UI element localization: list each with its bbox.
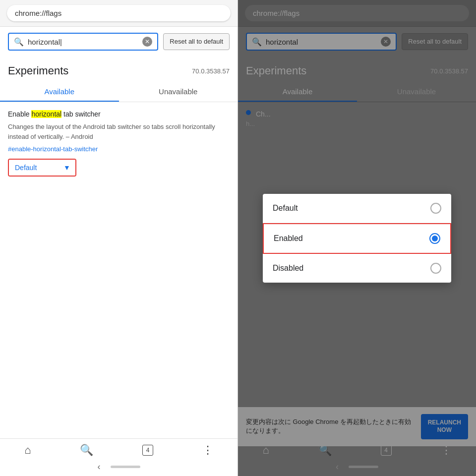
dialog-item-default[interactable]: Default — [263, 194, 451, 223]
search-icon-left: 🔍 — [14, 37, 24, 47]
dialog-option-default-label: Default — [273, 204, 298, 213]
left-panel: 🔍 ✕ Reset all to default Experiments 70.… — [0, 0, 238, 476]
clear-search-button-left[interactable]: ✕ — [142, 37, 152, 47]
search-input-left[interactable] — [28, 38, 142, 46]
dialog: Default Enabled Disabled — [263, 194, 451, 283]
radio-enabled[interactable] — [429, 233, 440, 244]
search-nav-icon-left[interactable]: 🔍 — [80, 444, 93, 457]
highlight-text-left: horizontal — [31, 110, 61, 118]
tab-available-left[interactable]: Available — [0, 81, 119, 102]
bottom-nav-left: ⌂ 🔍 4 ⋮ — [0, 438, 238, 459]
search-box-left: 🔍 ✕ — [8, 33, 158, 51]
experiment-desc-left: Changes the layout of the Android tab sw… — [8, 122, 230, 141]
dialog-item-disabled[interactable]: Disabled — [263, 254, 451, 283]
dialog-item-enabled[interactable]: Enabled — [263, 223, 451, 254]
dropdown-wrap-left: Default Enabled Disabled ▼ — [8, 159, 76, 177]
radio-disabled[interactable] — [430, 263, 441, 274]
dialog-option-disabled-label: Disabled — [273, 264, 303, 273]
back-arrow-left[interactable]: ‹ — [98, 462, 101, 472]
content-spacer-left — [0, 184, 238, 438]
radio-default[interactable] — [430, 203, 441, 214]
experiment-title-left: Enable horizontal tab switcher — [8, 110, 230, 118]
scroll-indicator-left: ‹ — [0, 459, 238, 476]
dropdown-select-left[interactable]: Default Enabled Disabled — [9, 160, 59, 176]
address-bar-left — [0, 0, 238, 27]
right-panel: 🔍 ✕ Reset all to default Experiments 70.… — [238, 0, 476, 476]
dialog-overlay[interactable]: Default Enabled Disabled — [238, 0, 476, 476]
tab-unavailable-left[interactable]: Unavailable — [119, 81, 238, 102]
experiment-content-left: Enable horizontal tab switcher Changes t… — [0, 102, 238, 184]
version-text-left: 70.0.3538.57 — [192, 67, 230, 75]
radio-enabled-fill — [432, 236, 438, 241]
menu-icon-left[interactable]: ⋮ — [202, 444, 213, 457]
experiments-header-left: Experiments 70.0.3538.57 — [0, 57, 238, 81]
home-icon-left[interactable]: ⌂ — [24, 444, 31, 457]
reset-button-left[interactable]: Reset all to default — [163, 33, 230, 51]
experiments-title-left: Experiments — [8, 64, 68, 77]
dropdown-arrow-icon: ▼ — [59, 160, 75, 176]
address-input-left[interactable] — [7, 5, 231, 21]
tabs-icon-left[interactable]: 4 — [142, 445, 153, 456]
scroll-pill-left — [111, 466, 140, 468]
search-area-left: 🔍 ✕ Reset all to default — [0, 27, 238, 57]
dialog-option-enabled-label: Enabled — [274, 234, 303, 243]
tabs-left: Available Unavailable — [0, 81, 238, 102]
experiment-link-left[interactable]: #enable-horizontal-tab-switcher — [8, 145, 230, 153]
